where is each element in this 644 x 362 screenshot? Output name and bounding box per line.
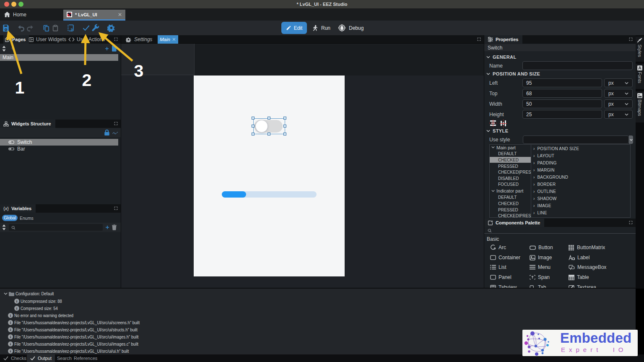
svg-text:3: 3 [134,61,144,81]
svg-text:2: 2 [82,70,92,90]
svg-text:1: 1 [15,78,25,97]
